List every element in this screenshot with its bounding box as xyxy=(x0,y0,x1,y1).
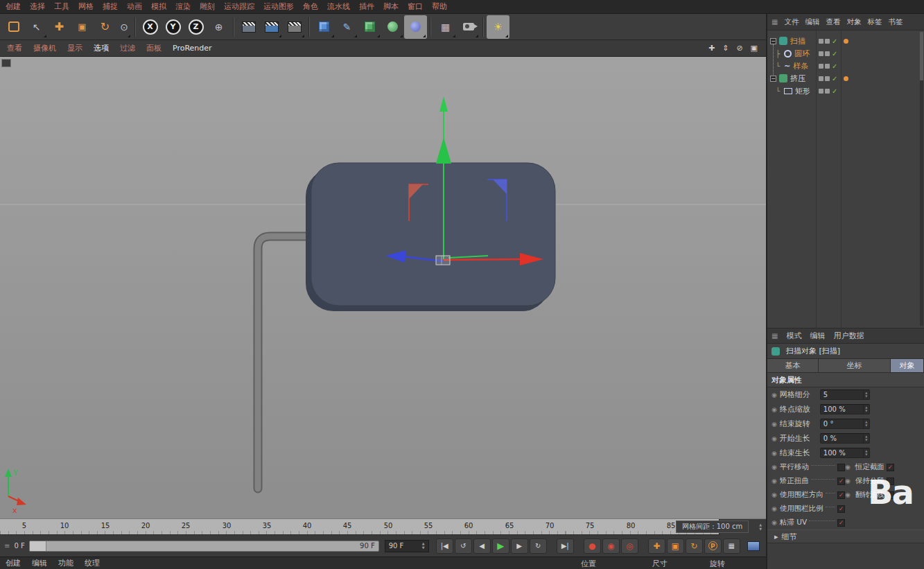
om-menu-item[interactable]: 编辑 xyxy=(805,17,819,27)
enable-check-icon[interactable]: ✓ xyxy=(832,75,837,82)
checkbox[interactable]: ✓ xyxy=(887,464,894,471)
sweep-object-icon[interactable] xyxy=(779,37,787,45)
viewport-menu-item[interactable]: 过滤 xyxy=(120,43,135,53)
material-menu-item[interactable]: 纹理 xyxy=(85,558,100,568)
key-rotation-button[interactable]: ↻ xyxy=(686,539,703,554)
key-position-button[interactable]: ✚ xyxy=(648,539,665,554)
menubar-item[interactable]: 雕刻 xyxy=(200,1,215,12)
editor-visibility-dot[interactable] xyxy=(819,64,823,69)
checkbox[interactable]: ✓ xyxy=(837,505,845,513)
panel-handle-icon[interactable]: ▦ xyxy=(772,332,778,340)
add-primitive-button[interactable] xyxy=(313,15,335,39)
menubar-item[interactable]: 脚本 xyxy=(383,1,399,12)
autokey-button[interactable]: ◉ xyxy=(602,539,620,554)
param-input[interactable]: 100 % ▲▼ xyxy=(820,448,870,458)
am-menu-item[interactable]: 用户数据 xyxy=(833,331,864,341)
object-label[interactable]: 圆环 xyxy=(794,49,810,59)
param-circle-icon[interactable]: ◉ xyxy=(772,406,777,413)
generator-state-dot[interactable] xyxy=(844,76,848,81)
am-menu-item[interactable]: 模式 xyxy=(786,331,801,341)
tree-scrollbar[interactable] xyxy=(920,32,923,326)
checkbox[interactable]: ✓ xyxy=(837,491,845,499)
om-menu-item[interactable]: 文件 xyxy=(784,17,799,27)
render-visibility-dot[interactable] xyxy=(825,89,830,94)
editor-visibility-dot[interactable] xyxy=(819,51,823,56)
camera-button[interactable] xyxy=(457,15,480,39)
timeline-window-button[interactable] xyxy=(747,541,760,551)
circle-spline-icon[interactable] xyxy=(784,50,792,58)
play-backwards-button[interactable]: ↺ xyxy=(455,539,472,554)
collapse-icon[interactable]: − xyxy=(770,76,776,82)
previous-frame-button[interactable]: ◀ xyxy=(473,539,491,554)
param-circle-icon[interactable]: ◉ xyxy=(845,491,851,498)
stepper-icon[interactable]: ▲▼ xyxy=(759,523,762,531)
play-button[interactable]: ▶ xyxy=(492,539,509,554)
loop-button[interactable]: ↻ xyxy=(530,539,547,554)
gizmo-x-axis[interactable] xyxy=(444,259,521,260)
viewport-menu-item[interactable]: 摄像机 xyxy=(33,43,56,53)
menubar-item[interactable]: 运动图形 xyxy=(263,1,294,12)
render-visibility-dot[interactable] xyxy=(825,51,830,56)
param-circle-icon[interactable]: ◉ xyxy=(772,435,777,442)
menubar-item[interactable]: 网格 xyxy=(78,1,94,12)
param-circle-icon[interactable]: ◉ xyxy=(845,478,851,484)
light-button[interactable]: ☀ xyxy=(487,15,509,39)
lock-x-axis-button[interactable]: X xyxy=(139,15,162,39)
tree-row-spline[interactable]: └ ~ 样条 ✓ xyxy=(767,60,924,72)
gizmo-y-arrowhead-large[interactable] xyxy=(436,137,451,164)
sign-pole[interactable] xyxy=(258,236,313,489)
timeline-ruler[interactable]: 5 10 15 20 25 30 35 40 45 50 55 60 65 70… xyxy=(0,518,766,534)
menubar-item[interactable]: 选择 xyxy=(30,1,45,12)
maximize-view-icon[interactable]: ▣ xyxy=(751,44,758,53)
timeline-playhead[interactable] xyxy=(30,541,46,551)
checkbox[interactable]: ✓ xyxy=(837,478,845,485)
collapse-icon[interactable]: − xyxy=(770,38,776,44)
material-menu-item[interactable]: 创建 xyxy=(6,558,21,568)
om-menu-item[interactable]: 书签 xyxy=(888,17,903,27)
tab-basic[interactable]: 基本 xyxy=(767,359,819,372)
editor-visibility-dot[interactable] xyxy=(819,39,823,44)
selection-tool-button[interactable] xyxy=(2,15,25,39)
object-label[interactable]: 扫描 xyxy=(790,36,805,46)
param-circle-icon[interactable]: ◉ xyxy=(772,464,777,471)
am-menu-item[interactable]: 编辑 xyxy=(810,331,825,341)
param-circle-icon[interactable]: ◉ xyxy=(772,505,777,512)
param-input[interactable]: 100 % ▲▼ xyxy=(820,404,870,414)
gizmo-y-arrowhead[interactable] xyxy=(439,96,448,112)
keyframe-selection-button[interactable]: ◎ xyxy=(621,539,638,554)
key-parameter-button[interactable]: P xyxy=(704,539,722,554)
enable-check-icon[interactable]: ✓ xyxy=(832,87,837,95)
render-visibility-dot[interactable] xyxy=(825,76,830,81)
render-visibility-dot[interactable] xyxy=(825,39,830,44)
menubar-item[interactable]: 运动跟踪 xyxy=(224,1,254,12)
key-scale-button[interactable]: ▣ xyxy=(667,539,684,554)
stepper-icon[interactable]: ▲▼ xyxy=(863,434,869,443)
material-menu-item[interactable]: 编辑 xyxy=(32,558,47,568)
orbit-view-icon[interactable]: ⊘ xyxy=(736,44,742,53)
param-circle-icon[interactable]: ◉ xyxy=(772,392,777,399)
enable-check-icon[interactable]: ✓ xyxy=(832,62,837,70)
gizmo-center-handle[interactable] xyxy=(436,256,450,265)
checkbox[interactable]: ✓ xyxy=(837,519,845,527)
tree-scrollbar-thumb[interactable] xyxy=(920,32,923,80)
menubar-item[interactable]: 动画 xyxy=(127,1,142,12)
editor-visibility-dot[interactable] xyxy=(819,89,823,94)
dolly-view-icon[interactable]: ⇕ xyxy=(722,44,729,53)
stepper-icon[interactable]: ▲▼ xyxy=(863,390,869,399)
viewport-canvas[interactable]: Y x xyxy=(0,57,766,518)
viewport-menu-item[interactable]: 选项 xyxy=(94,43,109,53)
key-pla-button[interactable]: ▦ xyxy=(723,539,740,554)
lock-z-axis-button[interactable]: Z xyxy=(184,15,207,39)
menubar-item[interactable]: 角色 xyxy=(303,1,318,12)
om-menu-item[interactable]: 标签 xyxy=(867,17,882,27)
menubar-item[interactable]: 捕捉 xyxy=(103,1,118,12)
pan-view-icon[interactable]: ✚ xyxy=(708,44,715,53)
details-group-header[interactable]: ▸ 细节 xyxy=(767,529,924,543)
menubar-item[interactable]: 插件 xyxy=(359,1,374,12)
environment-button[interactable]: ▦ xyxy=(434,15,457,39)
tree-row-sweep[interactable]: − 扫描 ✓ xyxy=(767,35,924,47)
param-circle-icon[interactable]: ◉ xyxy=(772,478,777,484)
stepper-icon[interactable]: ▲▼ xyxy=(863,419,869,428)
coordinate-system-button[interactable]: ⊕ xyxy=(207,15,230,39)
param-input[interactable]: 0 % ▲▼ xyxy=(820,433,870,444)
